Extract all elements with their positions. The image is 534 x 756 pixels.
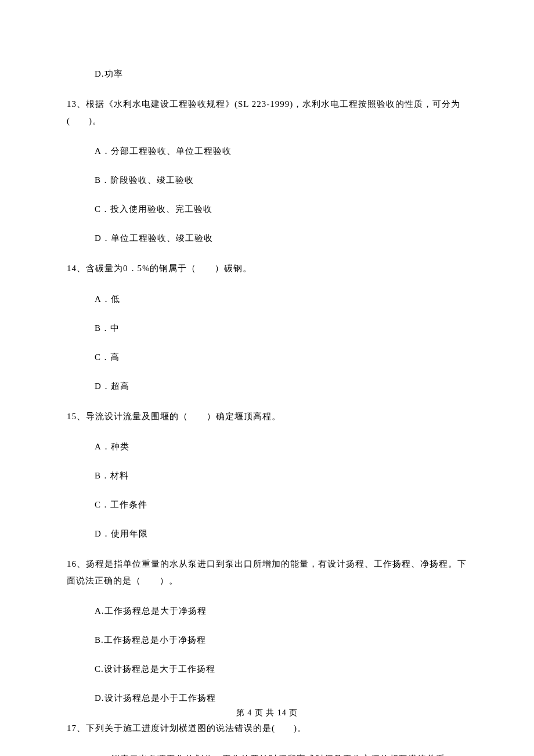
q13-option-a: A．分部工程验收、单位工程验收 — [95, 144, 467, 158]
q16-option-a: A.工作扬程总是大于净扬程 — [95, 604, 467, 618]
q16-text: 16、扬程是指单位重量的水从泵进口到泵出口所增加的能量，有设计扬程、工作扬程、净… — [67, 556, 467, 589]
q17-text: 17、下列关于施工进度计划横道图的说法错误的是( )。 — [67, 720, 467, 737]
q14-option-a: A．低 — [95, 292, 467, 306]
q16-option-b: B.工作扬程总是小于净扬程 — [95, 633, 467, 647]
q14-option-b: B．中 — [95, 321, 467, 335]
q14-text: 14、含碳量为0．5%的钢属于（ ）碳钢。 — [67, 260, 467, 277]
q13-text: 13、根据《水利水电建设工程验收规程》(SL 223-1999)，水利水电工程按… — [67, 96, 467, 129]
q16-option-d: D.设计扬程总是小于工作扬程 — [95, 691, 467, 705]
q15-option-a: A．种类 — [95, 440, 467, 453]
q12-option-d: D.功率 — [95, 67, 467, 81]
q14-option-d: D．超高 — [95, 379, 467, 393]
q17-option-a: A．能表示出各项工作的划分、工作的开始时间和完成时间及工作之间的相互搭接关系 — [95, 752, 467, 757]
q13-option-b: B．阶段验收、竣工验收 — [95, 173, 467, 187]
q13-option-c: C．投入使用验收、完工验收 — [95, 202, 467, 216]
page-footer: 第 4 页 共 14 页 — [0, 708, 534, 718]
q16-option-c: C.设计扬程总是大于工作扬程 — [95, 662, 467, 676]
q14-option-c: C．高 — [95, 350, 467, 364]
q13-option-d: D．单位工程验收、竣工验收 — [95, 231, 467, 245]
q15-text: 15、导流设计流量及围堰的（ ）确定堰顶高程。 — [67, 408, 467, 425]
q15-option-b: B．材料 — [95, 469, 467, 483]
q15-option-c: C．工作条件 — [95, 498, 467, 512]
q15-option-d: D．使用年限 — [95, 527, 467, 541]
